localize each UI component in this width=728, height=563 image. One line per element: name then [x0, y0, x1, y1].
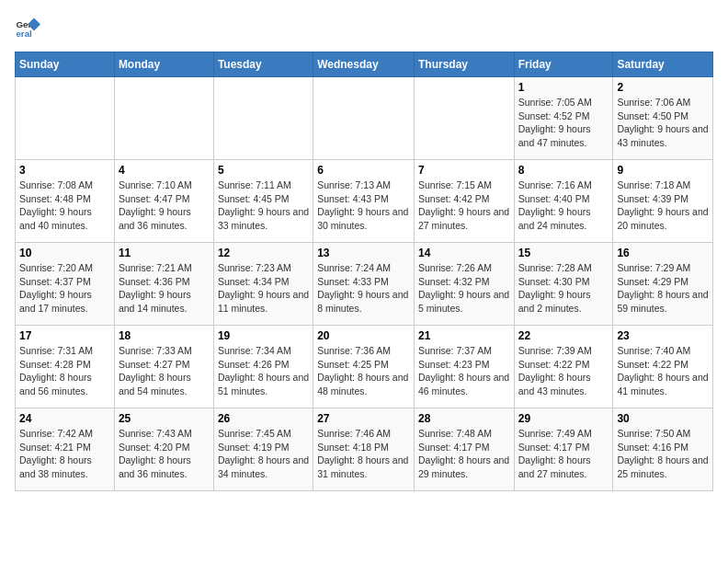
day-number: 4: [119, 164, 210, 177]
day-number: 1: [518, 81, 609, 94]
day-info: Sunrise: 7:39 AM Sunset: 4:22 PM Dayligh…: [518, 344, 609, 398]
day-cell: 22Sunrise: 7:39 AM Sunset: 4:22 PM Dayli…: [514, 326, 613, 408]
day-cell: [114, 77, 213, 160]
col-header-tuesday: Tuesday: [213, 52, 313, 77]
day-number: 28: [418, 412, 510, 425]
day-cell: 23Sunrise: 7:40 AM Sunset: 4:22 PM Dayli…: [613, 326, 713, 408]
day-number: 11: [119, 247, 210, 259]
day-info: Sunrise: 7:45 AM Sunset: 4:19 PM Dayligh…: [218, 427, 309, 481]
week-row-5: 24Sunrise: 7:42 AM Sunset: 4:21 PM Dayli…: [16, 408, 713, 491]
svg-text:eral: eral: [16, 29, 32, 39]
day-cell: 19Sunrise: 7:34 AM Sunset: 4:26 PM Dayli…: [213, 326, 313, 408]
day-info: Sunrise: 7:11 AM Sunset: 4:45 PM Dayligh…: [218, 178, 309, 233]
day-number: 7: [418, 164, 510, 177]
day-info: Sunrise: 7:33 AM Sunset: 4:27 PM Dayligh…: [119, 344, 210, 398]
day-number: 29: [518, 412, 609, 425]
day-info: Sunrise: 7:34 AM Sunset: 4:26 PM Dayligh…: [218, 344, 309, 398]
day-info: Sunrise: 7:46 AM Sunset: 4:18 PM Dayligh…: [317, 427, 410, 481]
day-cell: 8Sunrise: 7:16 AM Sunset: 4:40 PM Daylig…: [514, 160, 613, 243]
day-info: Sunrise: 7:37 AM Sunset: 4:23 PM Dayligh…: [418, 344, 510, 398]
day-number: 12: [218, 247, 309, 259]
day-info: Sunrise: 7:08 AM Sunset: 4:48 PM Dayligh…: [19, 178, 110, 233]
day-info: Sunrise: 7:13 AM Sunset: 4:43 PM Dayligh…: [317, 178, 410, 233]
day-cell: 21Sunrise: 7:37 AM Sunset: 4:23 PM Dayli…: [414, 326, 514, 408]
day-cell: 11Sunrise: 7:21 AM Sunset: 4:36 PM Dayli…: [114, 243, 213, 326]
day-cell: 26Sunrise: 7:45 AM Sunset: 4:19 PM Dayli…: [213, 408, 313, 491]
day-info: Sunrise: 7:23 AM Sunset: 4:34 PM Dayligh…: [218, 261, 309, 316]
day-cell: 5Sunrise: 7:11 AM Sunset: 4:45 PM Daylig…: [213, 160, 313, 243]
week-row-1: 1Sunrise: 7:05 AM Sunset: 4:52 PM Daylig…: [16, 77, 713, 160]
day-info: Sunrise: 7:29 AM Sunset: 4:29 PM Dayligh…: [617, 261, 709, 316]
day-number: 3: [19, 164, 110, 177]
day-number: 15: [518, 247, 609, 259]
day-info: Sunrise: 7:10 AM Sunset: 4:47 PM Dayligh…: [119, 178, 210, 233]
col-header-wednesday: Wednesday: [313, 52, 415, 77]
day-cell: 17Sunrise: 7:31 AM Sunset: 4:28 PM Dayli…: [16, 326, 115, 408]
day-number: 27: [317, 412, 410, 425]
day-number: 26: [218, 412, 309, 425]
col-header-sunday: Sunday: [16, 52, 115, 77]
col-header-saturday: Saturday: [613, 52, 713, 77]
day-info: Sunrise: 7:20 AM Sunset: 4:37 PM Dayligh…: [19, 261, 110, 316]
day-number: 21: [418, 329, 510, 342]
day-cell: 20Sunrise: 7:36 AM Sunset: 4:25 PM Dayli…: [313, 326, 415, 408]
day-cell: 14Sunrise: 7:26 AM Sunset: 4:32 PM Dayli…: [414, 243, 514, 326]
day-cell: 15Sunrise: 7:28 AM Sunset: 4:30 PM Dayli…: [514, 243, 613, 326]
day-number: 20: [317, 329, 410, 342]
day-cell: 18Sunrise: 7:33 AM Sunset: 4:27 PM Dayli…: [114, 326, 213, 408]
day-info: Sunrise: 7:49 AM Sunset: 4:17 PM Dayligh…: [518, 427, 609, 481]
day-cell: 6Sunrise: 7:13 AM Sunset: 4:43 PM Daylig…: [313, 160, 415, 243]
day-info: Sunrise: 7:26 AM Sunset: 4:32 PM Dayligh…: [418, 261, 510, 316]
day-cell: [414, 77, 514, 160]
day-cell: 28Sunrise: 7:48 AM Sunset: 4:17 PM Dayli…: [414, 408, 514, 491]
day-cell: 13Sunrise: 7:24 AM Sunset: 4:33 PM Dayli…: [313, 243, 415, 326]
day-cell: 12Sunrise: 7:23 AM Sunset: 4:34 PM Dayli…: [213, 243, 313, 326]
day-cell: 4Sunrise: 7:10 AM Sunset: 4:47 PM Daylig…: [114, 160, 213, 243]
day-cell: 10Sunrise: 7:20 AM Sunset: 4:37 PM Dayli…: [16, 243, 115, 326]
day-number: 5: [218, 164, 309, 177]
day-number: 8: [518, 164, 609, 177]
day-cell: 29Sunrise: 7:49 AM Sunset: 4:17 PM Dayli…: [514, 408, 613, 491]
day-number: 25: [119, 412, 210, 425]
col-header-monday: Monday: [114, 52, 213, 77]
day-number: 9: [617, 164, 709, 177]
day-number: 10: [19, 247, 110, 259]
day-info: Sunrise: 7:28 AM Sunset: 4:30 PM Dayligh…: [518, 261, 609, 316]
calendar-header-row: SundayMondayTuesdayWednesdayThursdayFrid…: [16, 52, 713, 77]
day-number: 23: [617, 329, 709, 342]
day-number: 17: [19, 329, 110, 342]
day-cell: 1Sunrise: 7:05 AM Sunset: 4:52 PM Daylig…: [514, 77, 613, 160]
day-info: Sunrise: 7:43 AM Sunset: 4:20 PM Dayligh…: [119, 427, 210, 481]
logo: Gen eral: [15, 15, 44, 40]
day-cell: 9Sunrise: 7:18 AM Sunset: 4:39 PM Daylig…: [613, 160, 713, 243]
day-cell: [213, 77, 313, 160]
day-cell: 2Sunrise: 7:06 AM Sunset: 4:50 PM Daylig…: [613, 77, 713, 160]
day-cell: 7Sunrise: 7:15 AM Sunset: 4:42 PM Daylig…: [414, 160, 514, 243]
day-info: Sunrise: 7:31 AM Sunset: 4:28 PM Dayligh…: [19, 344, 110, 398]
day-info: Sunrise: 7:36 AM Sunset: 4:25 PM Dayligh…: [317, 344, 410, 398]
day-cell: [313, 77, 415, 160]
day-number: 2: [617, 81, 709, 94]
day-number: 6: [317, 164, 410, 177]
day-number: 16: [617, 247, 709, 259]
day-cell: 27Sunrise: 7:46 AM Sunset: 4:18 PM Dayli…: [313, 408, 415, 491]
day-number: 22: [518, 329, 609, 342]
day-number: 19: [218, 329, 309, 342]
day-info: Sunrise: 7:40 AM Sunset: 4:22 PM Dayligh…: [617, 344, 709, 398]
col-header-friday: Friday: [514, 52, 613, 77]
week-row-3: 10Sunrise: 7:20 AM Sunset: 4:37 PM Dayli…: [16, 243, 713, 326]
day-number: 14: [418, 247, 510, 259]
day-cell: [16, 77, 115, 160]
day-number: 13: [317, 247, 410, 259]
day-number: 30: [617, 412, 709, 425]
logo-icon: Gen eral: [15, 15, 40, 40]
page-header: Gen eral: [15, 15, 713, 40]
day-info: Sunrise: 7:16 AM Sunset: 4:40 PM Dayligh…: [518, 178, 609, 233]
day-info: Sunrise: 7:42 AM Sunset: 4:21 PM Dayligh…: [19, 427, 110, 481]
day-cell: 30Sunrise: 7:50 AM Sunset: 4:16 PM Dayli…: [613, 408, 713, 491]
day-info: Sunrise: 7:05 AM Sunset: 4:52 PM Dayligh…: [518, 96, 609, 150]
day-info: Sunrise: 7:48 AM Sunset: 4:17 PM Dayligh…: [418, 427, 510, 481]
day-info: Sunrise: 7:21 AM Sunset: 4:36 PM Dayligh…: [119, 261, 210, 316]
day-info: Sunrise: 7:50 AM Sunset: 4:16 PM Dayligh…: [617, 427, 709, 481]
day-info: Sunrise: 7:18 AM Sunset: 4:39 PM Dayligh…: [617, 178, 709, 233]
